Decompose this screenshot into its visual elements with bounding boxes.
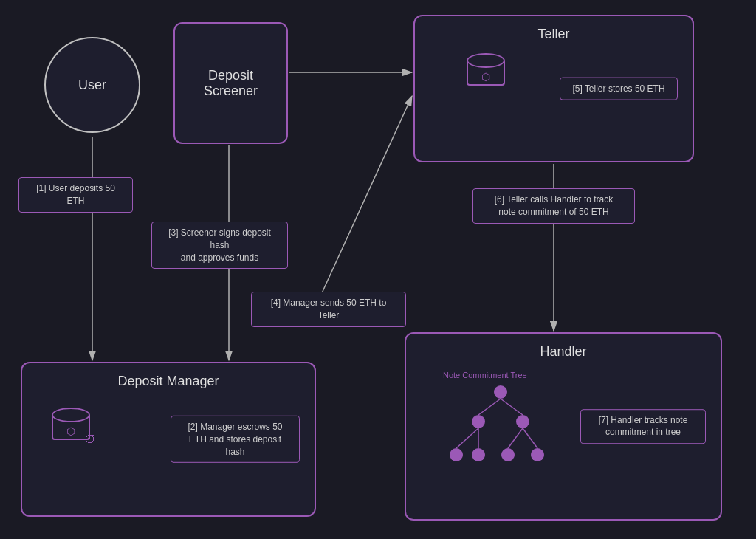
teller-db-cylinder: ⬡ — [467, 53, 505, 86]
user-title: User — [78, 78, 106, 93]
handler-title: Handler — [406, 344, 721, 360]
step5-text: [5] Teller stores 50 ETH — [572, 83, 664, 94]
step7-label: [7] Handler tracks note commitment in tr… — [580, 409, 706, 444]
svg-line-5 — [317, 96, 412, 303]
commitment-tree — [441, 385, 560, 481]
tree-lines — [441, 385, 560, 481]
step6-label: [6] Teller calls Handler to tracknote co… — [472, 188, 635, 224]
svg-line-11 — [508, 428, 523, 448]
teller-node: Teller ⬡ [5] Teller stores 50 ETH — [413, 15, 694, 162]
teller-eth-icon: ⬡ — [481, 71, 490, 83]
svg-line-7 — [478, 399, 501, 415]
svg-line-8 — [501, 399, 523, 415]
step7-text: [7] Handler tracks note commitment in tr… — [599, 415, 688, 438]
step3-label: [3] Screener signs deposit hashand appro… — [151, 222, 288, 269]
deposit-manager-title: Deposit Manager — [22, 374, 315, 389]
note-commitment-label: Note Commitment Tree — [443, 371, 527, 380]
teller-title: Teller — [415, 27, 693, 42]
deposit-screener-title: Deposit Screener — [204, 68, 258, 99]
step4-text: [4] Manager sends 50 ETH to Teller — [271, 298, 387, 320]
svg-line-9 — [456, 428, 478, 448]
step1-label: [1] User deposits 50 ETH — [18, 177, 133, 213]
step4-label: [4] Manager sends 50 ETH to Teller — [251, 292, 406, 327]
diagram: User Deposit Screener Teller ⬡ [5] Telle… — [0, 0, 756, 539]
teller-db-body: ⬡ — [467, 61, 505, 86]
svg-line-12 — [523, 428, 537, 448]
clock-icon: ⏱ — [84, 433, 96, 446]
step2-text: [2] Manager escrows 50 ETH and stores de… — [188, 422, 282, 457]
teller-db-icon: ⬡ — [467, 53, 505, 86]
step2-label: [2] Manager escrows 50 ETH and stores de… — [171, 416, 300, 463]
dm-db-icon: ⬡ ⏱ — [52, 408, 90, 440]
user-node: User — [44, 37, 140, 133]
step3-text: [3] Screener signs deposit hashand appro… — [168, 227, 271, 263]
handler-node: Handler Note Commitment Tree — [405, 332, 722, 521]
deposit-manager-node: Deposit Manager ⬡ ⏱ [2] Manager escrows … — [21, 362, 316, 517]
step5-label: [5] Teller stores 50 ETH — [560, 78, 678, 100]
deposit-screener-node: Deposit Screener — [173, 22, 288, 144]
step1-text: [1] User deposits 50 ETH — [36, 183, 115, 206]
dm-eth-icon: ⬡ — [66, 425, 75, 437]
step6-text: [6] Teller calls Handler to tracknote co… — [495, 194, 614, 217]
